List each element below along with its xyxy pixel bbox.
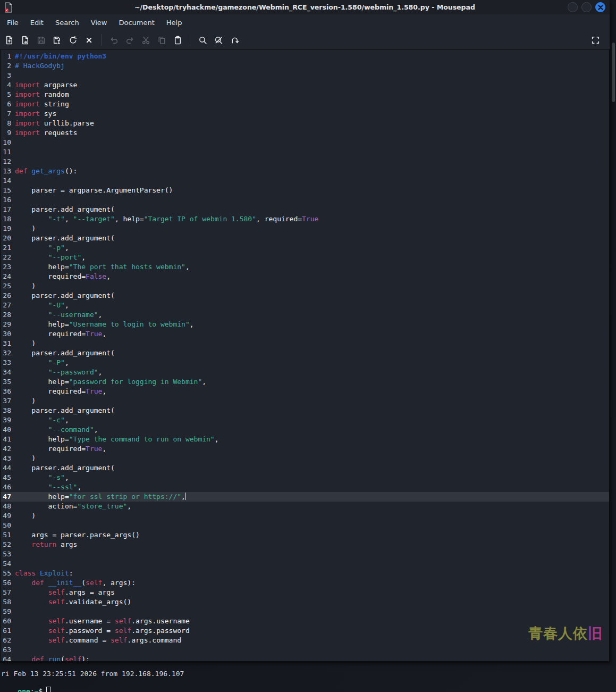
document-save-as-button[interactable]	[49, 32, 65, 48]
go-to-line-button[interactable]	[226, 32, 242, 48]
document-open-button[interactable]	[17, 32, 33, 48]
code-text: help="password for logging in Webmin",	[15, 377, 206, 387]
code-text: import sys	[15, 109, 56, 119]
line-number: 3	[1, 71, 11, 80]
line-number: 34	[1, 368, 11, 377]
code-text: "--port",	[15, 253, 86, 262]
line-number: 48	[1, 502, 11, 511]
line-number: 46	[1, 482, 11, 492]
undo-icon	[109, 36, 119, 45]
code-line-22: 22 "--port",	[1, 253, 609, 262]
menu-view[interactable]: View	[85, 16, 113, 29]
find-replace-button[interactable]	[210, 32, 226, 48]
code-line-10: 10	[1, 138, 609, 147]
code-line-9: 9import requests	[1, 128, 609, 138]
line-number: 60	[1, 616, 11, 626]
code-line-56: 56 def __init__(self, args):	[1, 578, 609, 588]
code-text: help="The port that hosts webmin",	[15, 262, 190, 272]
code-line-29: 29 help="Username to login to webmin",	[1, 320, 609, 329]
paste-icon	[173, 36, 182, 45]
line-number: 4	[1, 80, 11, 90]
line-number: 35	[1, 377, 11, 387]
code-line-30: 30 required=True,	[1, 329, 609, 339]
maximize-button[interactable]	[581, 2, 592, 12]
code-text: help="for ssl strip or https://",	[15, 492, 186, 502]
line-number: 21	[1, 243, 11, 253]
code-text: parser.add_argument(	[15, 291, 115, 301]
line-number: 9	[1, 128, 11, 138]
line-number: 61	[1, 626, 11, 636]
code-text: class Exploit:	[15, 569, 73, 578]
line-number: 47	[1, 492, 11, 502]
code-line-62: 62 self.command = self.args.command	[1, 636, 609, 645]
code-text: help="Username to login to webmin",	[15, 320, 194, 329]
code-line-11: 11	[1, 147, 609, 157]
code-text: self.username = self.args.username	[15, 616, 190, 626]
line-number: 8	[1, 119, 11, 128]
line-number: 33	[1, 358, 11, 368]
titlebar[interactable]: ~/Desktop/tryhackme/gamezone/Webmin_RCE_…	[0, 0, 610, 14]
line-number: 19	[1, 224, 11, 234]
document-new-button[interactable]	[1, 32, 17, 48]
code-line-28: 28 "--username",	[1, 310, 609, 320]
line-number: 38	[1, 406, 11, 415]
close-icon	[598, 5, 603, 10]
line-number: 13	[1, 166, 11, 176]
line-number: 26	[1, 291, 11, 301]
code-text: )	[15, 224, 36, 234]
line-number: 11	[1, 147, 11, 157]
code-text: )	[15, 281, 36, 291]
text-cursor	[185, 493, 187, 500]
code-line-1: 1#!/usr/bin/env python3	[1, 52, 609, 61]
line-number: 49	[1, 511, 11, 521]
line-number: 43	[1, 454, 11, 463]
reload-button[interactable]	[65, 32, 81, 48]
close-button[interactable]	[595, 2, 605, 12]
menu-document[interactable]: Document	[113, 16, 160, 29]
paste-button[interactable]	[170, 32, 185, 48]
undo-button	[106, 32, 122, 48]
menu-file[interactable]: File	[1, 16, 24, 29]
code-line-59: 59	[1, 607, 609, 616]
code-text: parser.add_argument(	[15, 348, 115, 358]
code-line-14: 14	[1, 176, 609, 186]
line-number: 17	[1, 205, 11, 214]
line-number: 27	[1, 301, 11, 310]
find-button[interactable]	[195, 32, 210, 48]
code-text: )	[15, 396, 36, 406]
line-number: 58	[1, 597, 11, 607]
code-line-19: 19 )	[1, 224, 609, 234]
line-number: 29	[1, 320, 11, 329]
code-text: # HackGodybj	[15, 61, 65, 71]
toolbar-separator	[190, 34, 190, 46]
code-line-17: 17 parser.add_argument(	[1, 205, 609, 214]
line-number: 14	[1, 176, 11, 186]
code-line-3: 3	[1, 71, 609, 80]
menu-search[interactable]: Search	[49, 16, 85, 29]
code-text: )	[15, 454, 36, 463]
code-editor[interactable]: 青春人依旧 1#!/usr/bin/env python32# HackGody…	[0, 49, 610, 662]
fullscreen-button[interactable]	[587, 32, 603, 48]
document-save-button	[33, 32, 49, 48]
copy-button	[154, 32, 170, 48]
scrollbar-thumb[interactable]	[612, 43, 615, 102]
code-text: import string	[15, 99, 69, 109]
code-text: parser.add_argument(	[15, 205, 115, 214]
code-text: required=False,	[15, 272, 111, 281]
code-text: def get_args():	[15, 166, 77, 176]
code-text: parser.add_argument(	[15, 406, 115, 415]
code-text: args = parser.parse_args()	[15, 530, 140, 540]
window-title: ~/Desktop/tryhackme/gamezone/Webmin_RCE_…	[0, 3, 610, 11]
code-text: "-p",	[15, 243, 69, 253]
minimize-button[interactable]	[568, 2, 578, 12]
menu-help[interactable]: Help	[161, 16, 188, 29]
code-line-12: 12	[1, 157, 609, 166]
code-line-21: 21 "-p",	[1, 243, 609, 253]
code-line-16: 16	[1, 195, 609, 205]
menu-edit[interactable]: Edit	[24, 16, 49, 29]
code-line-51: 51 args = parser.parse_args()	[1, 530, 609, 540]
close-document-button[interactable]	[81, 32, 97, 48]
code-text: self.command = self.args.command	[15, 636, 181, 645]
code-line-32: 32 parser.add_argument(	[1, 348, 609, 358]
terminal-prompt-host: one	[18, 687, 30, 692]
